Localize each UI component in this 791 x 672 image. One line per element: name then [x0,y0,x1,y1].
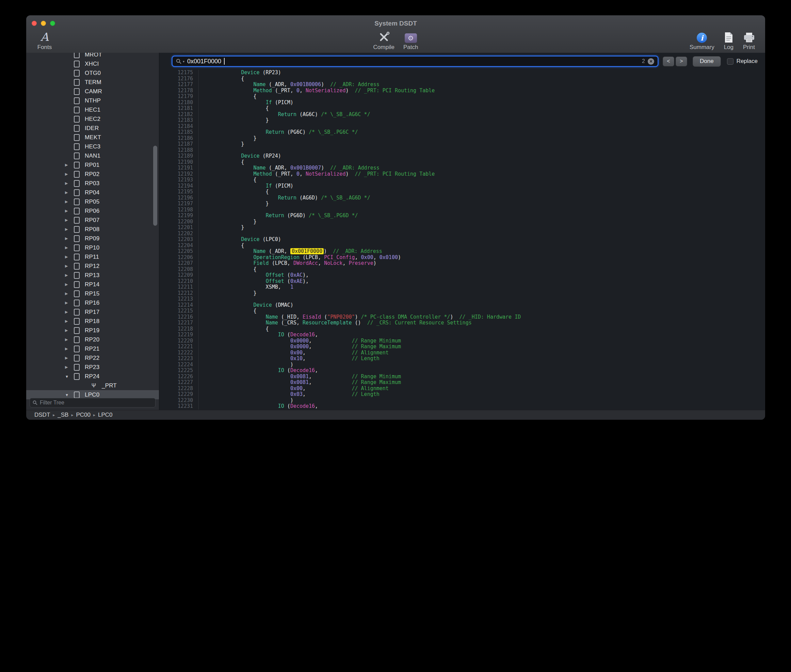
sidebar-item-rp12[interactable]: ▶RP12 [26,261,159,270]
sidebar-item-rp18[interactable]: ▶RP18 [26,317,159,326]
chevron-right-icon[interactable]: ▶ [65,254,74,259]
sidebar-item-rp21[interactable]: ▶RP21 [26,344,159,354]
sidebar-item-rp07[interactable]: ▶RP07 [26,216,159,225]
chevron-right-icon[interactable]: ▶ [65,236,74,241]
code-token: (_PRT, [272,171,296,177]
sidebar-item-rp22[interactable]: ▶RP22 [26,354,159,363]
code-token: IO [278,367,284,373]
sidebar-item-rp24[interactable]: ▼RP24 [26,372,159,381]
chevron-right-icon[interactable]: ▶ [65,200,74,204]
chevron-right-icon[interactable]: ▶ [65,365,74,370]
code-token: /* \_SB_.AG6C */ [321,111,370,117]
log-button[interactable]: Log [724,31,733,51]
sidebar-item-rp16[interactable]: ▶RP16 [26,298,159,307]
chevron-down-icon[interactable]: ▼ [65,374,74,379]
sidebar-item-rp13[interactable]: ▶RP13 [26,270,159,280]
chevron-right-icon[interactable]: ▶ [65,338,74,342]
sidebar-item-mekt[interactable]: MEKT [26,133,159,142]
breadcrumb-item[interactable]: LPC0 [98,411,113,418]
sidebar-item-camr[interactable]: CAMR [26,87,159,96]
patch-button[interactable]: ⚙ Patch [403,31,418,51]
sidebar-item-rp09[interactable]: ▶RP09 [26,234,159,243]
code-line: 12226 0x0081, // Range Minimum [159,374,765,380]
breadcrumb-item[interactable]: _SB [58,411,69,418]
chevron-right-icon[interactable]: ▶ [65,163,74,167]
sidebar-item-hec3[interactable]: HEC3 [26,142,159,151]
fonts-button[interactable]: A Fonts [32,31,58,51]
sidebar-item-rp17[interactable]: ▶RP17 [26,307,159,317]
sidebar-item-rp02[interactable]: ▶RP02 [26,170,159,179]
chevron-right-icon[interactable]: ▶ [65,301,74,305]
print-button[interactable]: Print [743,31,755,51]
chevron-right-icon[interactable]: ▶ [65,319,74,323]
sidebar-item-rp03[interactable]: ▶RP03 [26,179,159,188]
zoom-button[interactable] [50,21,55,26]
code-token: (PICM) [272,99,293,106]
replace-checkbox[interactable] [727,58,733,65]
chevron-right-icon[interactable]: ▶ [65,328,74,333]
previous-match-button[interactable]: < [663,56,674,66]
sidebar-item-otg0[interactable]: OTG0 [26,69,159,78]
breadcrumb-item[interactable]: DSDT [34,411,50,418]
compile-button[interactable]: Compile [373,31,395,51]
chevron-right-icon[interactable]: ▶ [65,209,74,213]
sidebar-item-rp23[interactable]: ▶RP23 [26,363,159,372]
replace-toggle[interactable]: Replace [727,58,757,65]
sidebar-item-rp14[interactable]: ▶RP14 [26,280,159,289]
sidebar-item-rp01[interactable]: ▶RP01 [26,160,159,170]
document-icon [74,88,80,95]
code-token [204,403,278,409]
chevron-right-icon[interactable]: ▶ [65,356,74,360]
chevron-right-icon[interactable]: ▶ [65,264,74,268]
sidebar-item-ider[interactable]: IDER [26,123,159,133]
chevron-right-icon[interactable]: ▶ [65,347,74,351]
chevron-right-icon[interactable]: ▶ [65,190,74,195]
document-icon [74,355,80,362]
code-line: 12187 } [159,141,765,147]
chevron-right-icon[interactable]: ▶ [65,273,74,277]
code-editor[interactable]: 12175 Device (RP23)12176 {12177 Name (_A… [159,70,765,410]
sidebar-item-rp20[interactable]: ▶RP20 [26,335,159,344]
sidebar-item-rp19[interactable]: ▶RP19 [26,326,159,335]
sidebar-item-rp11[interactable]: ▶RP11 [26,252,159,261]
chevron-down-icon[interactable]: ▼ [65,393,74,397]
sidebar-scrollbar[interactable] [153,146,157,226]
clear-search-button[interactable]: × [648,58,654,65]
done-button[interactable]: Done [693,56,721,67]
chevron-right-icon[interactable]: ▶ [65,245,74,250]
chevron-right-icon[interactable]: ▶ [65,181,74,186]
filter-tree-input[interactable]: Filter Tree [30,398,155,408]
code-text: ) [204,362,293,368]
chevron-right-icon[interactable]: ▶ [65,218,74,222]
close-button[interactable] [32,21,37,26]
chevron-right-icon[interactable]: ▶ [65,282,74,286]
line-number: 12213 [159,296,199,302]
search-input[interactable]: ▾ 0x001F0000 2 × [171,56,658,67]
chevron-right-icon[interactable]: ▶ [65,227,74,232]
sidebar-item-xhci[interactable]: XHCI [26,59,159,69]
sidebar-item-rp05[interactable]: ▶RP05 [26,197,159,206]
sidebar-item-rp15[interactable]: ▶RP15 [26,289,159,298]
sidebar-item-nan1[interactable]: NAN1 [26,151,159,160]
summary-button[interactable]: i Summary [690,31,714,51]
sidebar-item-_prt[interactable]: Ψ_PRT [26,381,159,390]
chevron-right-icon[interactable]: ▶ [65,172,74,176]
sidebar-item-rp08[interactable]: ▶RP08 [26,225,159,234]
code-token: ( [284,272,290,278]
sidebar-item-hec1[interactable]: HEC1 [26,105,159,114]
sidebar-tree: MROTXHCIOTG0TERMCAMRNTHPHEC1HEC2IDERMEKT… [26,53,159,399]
chevron-right-icon[interactable]: ▶ [65,310,74,314]
minimize-button[interactable] [41,21,46,26]
sidebar-item-rp04[interactable]: ▶RP04 [26,188,159,197]
sidebar-item-hec2[interactable]: HEC2 [26,114,159,123]
sidebar-item-nthp[interactable]: NTHP [26,96,159,105]
chevron-right-icon[interactable]: ▶ [65,291,74,296]
breadcrumb-item[interactable]: PC00 [76,411,91,418]
code-line: 12189 Device (RP24) [159,153,765,159]
code-text: 0x0000, // Range Minimum [204,338,401,344]
sidebar-item-rp10[interactable]: ▶RP10 [26,243,159,252]
sidebar-item-rp06[interactable]: ▶RP06 [26,206,159,216]
sidebar-item-term[interactable]: TERM [26,78,159,87]
next-match-button[interactable]: > [676,56,687,66]
sidebar-item-mrot[interactable]: MROT [26,53,159,59]
